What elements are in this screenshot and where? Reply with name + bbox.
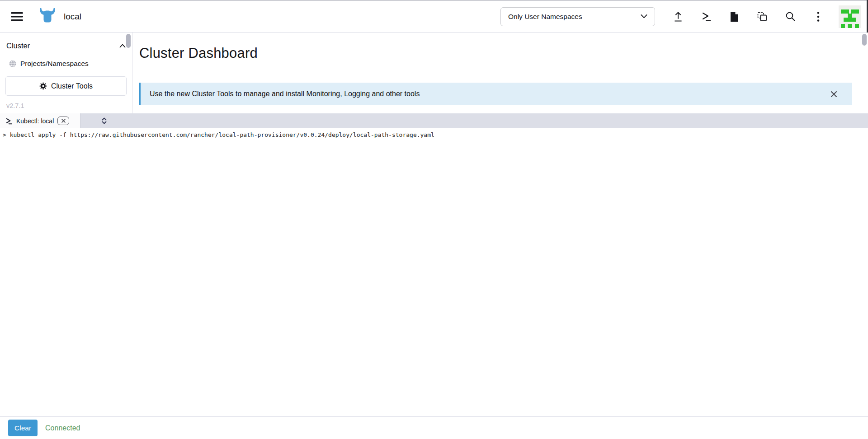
shell-tab-label: Kubectl: local [16, 117, 54, 125]
main-content: Cluster Dashboard Use the new Cluster To… [132, 33, 868, 113]
cluster-sidebar: Cluster Projects/Namespaces [0, 33, 132, 113]
main-scrollbar[interactable] [862, 34, 867, 46]
chevron-up-icon[interactable] [119, 44, 126, 48]
close-icon [830, 91, 837, 98]
kubeconfig-file-button[interactable] [725, 7, 743, 27]
terminal-tab-icon [5, 117, 13, 125]
kubectl-shell-panel: Kubectl: local > kubectl apply -f https:… [0, 113, 868, 439]
import-yaml-button[interactable] [669, 7, 687, 27]
clear-button[interactable]: Clear [8, 420, 38, 436]
close-icon [61, 119, 66, 123]
kebab-menu-icon [817, 11, 820, 22]
cluster-tools-label: Cluster Tools [51, 82, 93, 90]
globe-icon [9, 60, 16, 67]
connection-status: Connected [45, 424, 80, 432]
banner-close-button[interactable] [828, 89, 839, 99]
clear-button-label: Clear [14, 424, 31, 432]
tab-kubectl-local[interactable]: Kubectl: local [0, 113, 80, 128]
cluster-tools-button[interactable]: Cluster Tools [5, 76, 127, 96]
namespace-filter-value: Only User Namespaces [508, 13, 641, 21]
more-menu-button[interactable] [809, 7, 827, 27]
cluster-tools-banner: Use the new Cluster Tools to manage and … [139, 83, 852, 105]
terminal-command-line: > kubectl apply -f https://raw.githubuse… [3, 131, 868, 138]
rancher-cow-icon [37, 8, 58, 26]
search-button[interactable] [781, 7, 799, 27]
user-avatar[interactable] [839, 5, 861, 28]
kubectl-shell-button[interactable] [697, 7, 715, 27]
terminal-output[interactable]: > kubectl apply -f https://raw.githubuse… [0, 128, 868, 416]
chevron-up-down-icon [101, 117, 108, 125]
sidebar-section-title: Cluster [6, 42, 30, 50]
terminal-prompt-icon [701, 11, 712, 22]
workspace: Cluster Projects/Namespaces [0, 33, 868, 113]
rancher-logo[interactable] [37, 8, 58, 26]
gear-icon [39, 82, 47, 90]
rancher-version: v2.7.1 [6, 102, 127, 109]
identicon-avatar-icon [839, 5, 861, 28]
hamburger-icon [11, 12, 23, 21]
shell-tabstrip: Kubectl: local [0, 113, 868, 128]
main-menu-button[interactable] [10, 7, 24, 27]
upload-icon [673, 11, 683, 22]
banner-text: Use the new Cluster Tools to manage and … [150, 90, 828, 98]
namespace-filter-select[interactable]: Only User Namespaces [500, 7, 655, 26]
shell-tab-close-button[interactable] [57, 117, 69, 125]
app-header: local Only User Namespaces [0, 1, 868, 33]
shell-footer: Clear Connected [0, 416, 868, 439]
chevron-down-icon [641, 14, 647, 19]
copy-icon [757, 11, 768, 22]
cluster-name: local [64, 12, 81, 22]
sidebar-section-cluster[interactable]: Cluster [6, 42, 126, 50]
file-icon [730, 11, 739, 22]
sidebar-scrollbar[interactable] [126, 34, 131, 48]
sidebar-item-projects-namespaces[interactable]: Projects/Namespaces [9, 60, 126, 68]
panel-resize-button[interactable] [98, 113, 110, 128]
copy-kubeconfig-button[interactable] [753, 7, 771, 27]
page-title: Cluster Dashboard [139, 45, 258, 61]
sidebar-item-label: Projects/Namespaces [20, 60, 89, 68]
search-icon [785, 11, 796, 22]
